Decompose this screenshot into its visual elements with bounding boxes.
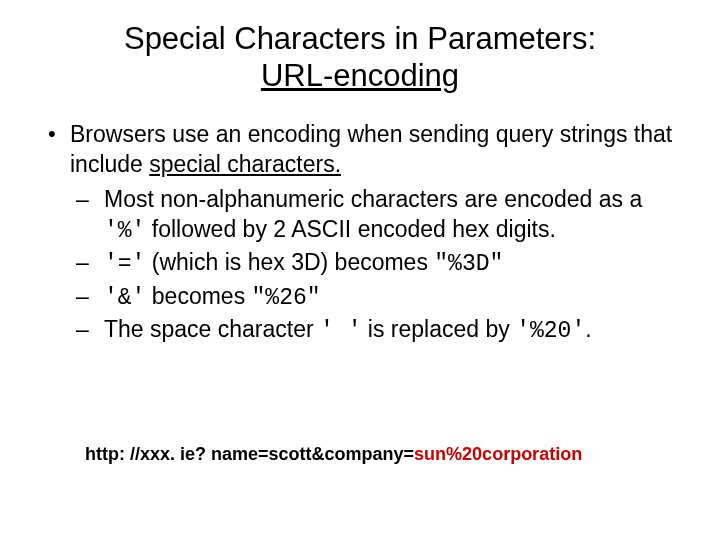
sub-bullet-list: Most non-alphanumeric characters are enc… bbox=[70, 185, 680, 346]
sub-bullet-1: Most non-alphanumeric characters are enc… bbox=[70, 185, 680, 246]
bullet-1-text-underlined: special characters. bbox=[149, 151, 341, 177]
sub3-code1: '&' bbox=[104, 285, 145, 311]
example-url-encoded: sun%20corporation bbox=[414, 444, 582, 464]
bullet-1: Browsers use an encoding when sending qu… bbox=[40, 120, 680, 346]
example-url-plain: http: //xxx. ie? name=scott&company= bbox=[85, 444, 414, 464]
sub4-post: . bbox=[585, 316, 591, 342]
slide-title: Special Characters in Parameters: URL-en… bbox=[40, 20, 680, 94]
title-line-1: Special Characters in Parameters: bbox=[124, 21, 596, 56]
example-url: http: //xxx. ie? name=scott&company=sun%… bbox=[85, 444, 582, 465]
slide: Special Characters in Parameters: URL-en… bbox=[0, 0, 720, 540]
sub3-code2: "%26" bbox=[252, 285, 321, 311]
sub4-code1: ' ' bbox=[320, 318, 361, 344]
bullet-list: Browsers use an encoding when sending qu… bbox=[40, 120, 680, 346]
sub3-mid: becomes bbox=[145, 283, 251, 309]
sub2-code2: "%3D" bbox=[434, 251, 503, 277]
slide-body: Browsers use an encoding when sending qu… bbox=[40, 120, 680, 346]
title-line-2: URL-encoding bbox=[261, 58, 459, 93]
sub4-code2: '%20' bbox=[516, 318, 585, 344]
sub-bullet-4: The space character ' ' is replaced by '… bbox=[70, 315, 680, 346]
sub-bullet-2: '=' (which is hex 3D) becomes "%3D" bbox=[70, 248, 680, 279]
sub-bullet-3: '&' becomes "%26" bbox=[70, 282, 680, 313]
sub1-post: followed by 2 ASCII encoded hex digits. bbox=[145, 216, 555, 242]
sub2-code1: '=' bbox=[104, 251, 145, 277]
sub4-mid: is replaced by bbox=[361, 316, 516, 342]
sub1-code1: '%' bbox=[104, 218, 145, 244]
sub4-pre: The space character bbox=[104, 316, 320, 342]
sub1-pre: Most non-alphanumeric characters are enc… bbox=[104, 186, 642, 212]
sub2-mid: (which is hex 3D) becomes bbox=[145, 249, 434, 275]
